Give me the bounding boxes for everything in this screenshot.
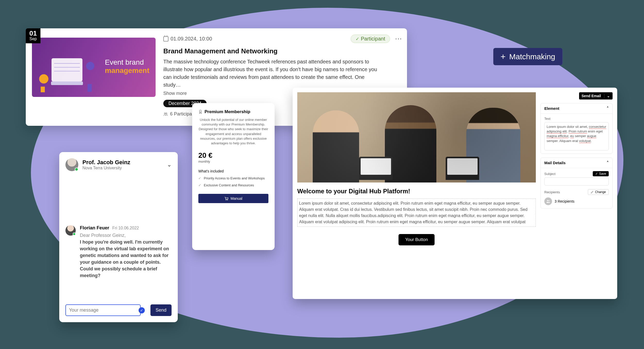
- banner-text-line2: management: [105, 67, 149, 75]
- chat-card: Prof. Jacob Geinz Nova Terra University …: [59, 152, 178, 322]
- chat-contact-org: Nova Terra University: [82, 166, 130, 170]
- premium-description: Unlock the full potential of our online …: [198, 118, 268, 146]
- svg-point-13: [226, 200, 226, 200]
- medal-icon: [198, 110, 202, 114]
- cart-icon: [224, 197, 228, 200]
- svg-point-5: [39, 74, 48, 84]
- chevron-up-icon[interactable]: ˄: [607, 106, 609, 111]
- email-editor-panel: Welcome to your Digital Hub Platform! Lo…: [293, 88, 617, 299]
- email-cta-button[interactable]: Your Button: [399, 234, 435, 245]
- participant-badge-label: Participant: [361, 36, 385, 42]
- svg-point-16: [548, 200, 549, 201]
- svg-rect-1: [51, 81, 83, 85]
- email-heading[interactable]: Welcome to your Digital Hub Platform!: [297, 188, 536, 195]
- date-badge-day: 01: [29, 30, 37, 37]
- event-title: Brand Management and Networking: [163, 47, 399, 55]
- svg-point-15: [547, 200, 548, 201]
- people-icon: [546, 199, 550, 204]
- matchmaking-button[interactable]: + Matchmaking: [493, 48, 562, 65]
- recipients-label: Recipients: [544, 190, 560, 194]
- svg-point-12: [199, 110, 201, 112]
- subject-label: Subject: [544, 172, 555, 176]
- email-body-text[interactable]: Lorem ipsum dolor sit amet, consectetur …: [297, 198, 536, 227]
- event-banner-image: Event brand management: [32, 38, 156, 97]
- pencil-icon: [591, 190, 594, 194]
- plus-icon: +: [501, 52, 506, 62]
- premium-price: 20 €: [198, 151, 268, 160]
- send-email-label: Send Email: [582, 94, 601, 98]
- svg-point-10: [166, 113, 167, 114]
- banner-text-line1: Event brand: [105, 58, 149, 67]
- event-date-time-text: 01.09.2024, 10:00: [171, 36, 212, 42]
- check-icon: ✓: [198, 176, 201, 180]
- chevron-down-icon[interactable]: ⌄: [167, 161, 172, 168]
- element-panel: Element ˄ Text Lorem ipsum dolor sit ame…: [540, 103, 613, 154]
- premium-feature-2: ✓Exclusive Content and Resources: [198, 183, 268, 187]
- email-canvas: Welcome to your Digital Hub Platform! Lo…: [297, 92, 536, 294]
- sender-avatar: [65, 225, 76, 236]
- chevron-down-icon[interactable]: ⌄: [604, 94, 610, 98]
- chevron-up-icon[interactable]: ˄: [607, 160, 609, 165]
- send-button[interactable]: Send: [150, 304, 172, 316]
- premium-cta-label: Manual: [231, 196, 242, 201]
- participant-badge: ✓ Participant: [351, 35, 390, 43]
- svg-rect-8: [88, 84, 92, 92]
- mail-details-header[interactable]: Mail Details ˄: [541, 158, 612, 168]
- people-icon: [163, 112, 168, 117]
- check-icon: ✓: [355, 36, 359, 42]
- save-button[interactable]: ✓Save: [593, 171, 609, 176]
- recipients-count: 3 Recipients: [555, 199, 574, 203]
- svg-rect-7: [41, 87, 45, 92]
- event-description: The massive technology conference Techwe…: [163, 58, 380, 89]
- svg-point-6: [86, 62, 94, 70]
- chat-header[interactable]: Prof. Jacob Geinz Nova Terra University …: [65, 158, 172, 171]
- svg-rect-0: [52, 58, 82, 81]
- svg-point-9: [164, 113, 166, 114]
- mail-details-panel: Mail Details ˄ Subject ✓Save Recipients …: [540, 157, 613, 209]
- event-date-badge: 01 Sep: [26, 28, 40, 43]
- chat-contact-name: Prof. Jacob Geinz: [82, 159, 130, 166]
- premium-manual-button[interactable]: Manual: [198, 194, 268, 203]
- mail-details-title: Mail Details: [544, 161, 566, 165]
- premium-title: Premium Membership: [205, 109, 250, 114]
- professor-avatar: [65, 158, 78, 171]
- text-field-label: Text: [544, 117, 609, 121]
- matchmaking-label: Matchmaking: [509, 52, 555, 61]
- calendar-icon: [163, 36, 168, 41]
- editor-sidebar: Send Email ⌄ Element ˄ Text Lorem ipsum …: [540, 92, 613, 294]
- send-email-button[interactable]: Send Email ⌄: [579, 92, 613, 99]
- premium-membership-card: Premium Membership Unlock the full poten…: [192, 103, 275, 250]
- online-status-icon: [73, 232, 76, 236]
- check-icon: ✓: [595, 172, 598, 176]
- recipients-avatar-icon: [544, 197, 552, 205]
- check-icon: ✓: [198, 183, 201, 187]
- element-text-input[interactable]: Lorem ipsum dolor sit amet, consectetur …: [544, 122, 609, 151]
- message-body: I hope you're doing well. I'm currently …: [80, 239, 172, 279]
- element-panel-header[interactable]: Element ˄: [541, 103, 612, 114]
- date-badge-month: Sep: [29, 37, 37, 41]
- premium-feature-1: ✓Priority Access to Events and Workshops: [198, 176, 268, 180]
- input-confirm-icon[interactable]: ✓: [139, 307, 145, 313]
- element-panel-title: Element: [544, 106, 559, 111]
- event-date-time: 01.09.2024, 10:00: [163, 36, 212, 42]
- chat-message-input[interactable]: [65, 304, 141, 316]
- subject-input[interactable]: [544, 177, 609, 186]
- message-timestamp: Fri 10.06.2022: [112, 226, 139, 230]
- email-hero-image[interactable]: [297, 92, 536, 182]
- premium-period: monthly: [198, 160, 268, 163]
- message-greeting: Dear Professor Geinz,: [80, 233, 172, 238]
- message-sender: Florian Feuer: [80, 225, 109, 231]
- banner-illustration: [36, 53, 100, 94]
- svg-point-14: [227, 200, 228, 200]
- whats-included-label: What's included: [198, 169, 268, 173]
- more-menu-icon[interactable]: ⋮: [397, 36, 399, 42]
- change-recipients-button[interactable]: Change: [588, 189, 609, 195]
- online-status-icon: [75, 168, 78, 171]
